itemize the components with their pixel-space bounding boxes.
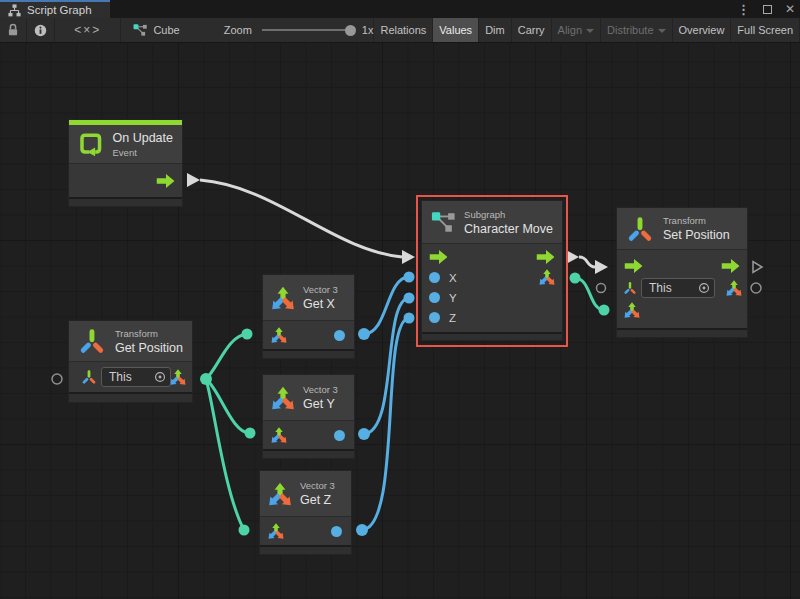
node-category: Transform [663, 215, 730, 226]
toolbar-middle: Cube Zoom 1x [121, 18, 374, 42]
port-label-y: Y [449, 292, 457, 304]
code-preview-button[interactable]: <×> [55, 18, 121, 42]
node-title: Set Position [663, 228, 730, 242]
target-icon[interactable] [698, 282, 710, 294]
graph-toolbar: <×> Cube Zoom 1x Relations Values Dim Ca… [0, 18, 800, 43]
node-category: Vector 3 [303, 384, 338, 395]
info-icon [34, 24, 47, 37]
lock-button[interactable] [0, 18, 27, 42]
node-get-x[interactable]: Vector 3 Get X [262, 274, 355, 359]
distribute-button[interactable]: Distribute [601, 18, 672, 42]
transform-port-icon[interactable] [623, 281, 637, 295]
align-button[interactable]: Align [552, 18, 601, 42]
node-title: Get Y [303, 397, 338, 411]
loop-icon [78, 129, 104, 159]
zoom-slider[interactable] [262, 29, 354, 31]
unity-script-graph-window: { "tab_bar": { "title": "Script Graph" }… [0, 0, 800, 599]
carry-button[interactable]: Carry [512, 18, 552, 42]
vector3-in-port[interactable] [267, 522, 285, 540]
transform-icon [626, 215, 654, 243]
transform-icon [78, 327, 106, 355]
inspector-toggle-button[interactable] [27, 18, 55, 42]
node-title: Get Position [115, 341, 183, 355]
node-footer [422, 332, 562, 340]
fullscreen-button[interactable]: Full Screen [731, 18, 800, 42]
subgraph-icon [431, 209, 455, 235]
relations-button[interactable]: Relations [374, 18, 433, 42]
toolbar-buttons: Relations Values Dim Carry Align Distrib… [374, 18, 800, 42]
port-label-x: X [449, 272, 457, 284]
node-footer [69, 392, 192, 402]
values-button[interactable]: Values [433, 18, 479, 42]
node-footer [263, 449, 354, 458]
node-footer [260, 545, 351, 554]
this-field[interactable]: This [641, 278, 715, 298]
this-field[interactable]: This [101, 367, 171, 387]
node-footer [69, 197, 182, 206]
y-in-port[interactable] [429, 292, 440, 303]
node-title: Get X [303, 297, 338, 311]
port-label-z: Z [449, 312, 456, 324]
flow-out-port[interactable] [536, 250, 555, 264]
flow-in-port[interactable] [429, 250, 448, 264]
chevron-down-icon [586, 29, 594, 33]
float-out-port[interactable] [334, 330, 345, 341]
vector3-in-port[interactable] [270, 326, 288, 344]
vector3-out-port[interactable] [169, 368, 187, 386]
overview-button[interactable]: Overview [673, 18, 732, 42]
node-category: Subgraph [464, 209, 553, 220]
flow-out-port[interactable] [156, 174, 175, 188]
tab-script-graph[interactable]: Script Graph [0, 0, 110, 18]
node-title: On Update [113, 131, 173, 145]
window-controls: ⋮ ✕ [737, 0, 795, 18]
target-icon[interactable] [154, 371, 166, 383]
vector3-out-port[interactable] [725, 279, 743, 297]
graph-icon [8, 4, 21, 17]
node-get-y[interactable]: Vector 3 Get Y [262, 374, 355, 459]
node-title: Get Z [300, 493, 335, 507]
zoom-value: 1x [362, 24, 374, 36]
transform-port-icon[interactable] [81, 369, 97, 385]
vector3-icon [270, 385, 296, 411]
zoom-slider-handle[interactable] [345, 25, 356, 36]
node-category: Vector 3 [303, 284, 338, 295]
node-get-z[interactable]: Vector 3 Get Z [259, 470, 352, 555]
node-get-position[interactable]: Transform Get Position This [68, 320, 193, 403]
z-in-port[interactable] [429, 312, 440, 323]
maximize-icon[interactable] [763, 5, 772, 14]
vector3-icon [270, 285, 296, 311]
node-category: Vector 3 [300, 480, 335, 491]
zoom-label: Zoom [224, 24, 252, 36]
float-out-port[interactable] [334, 430, 345, 441]
subgraph-icon [133, 23, 147, 37]
node-set-position[interactable]: Transform Set Position This [616, 207, 748, 338]
vector3-in-port[interactable] [270, 426, 288, 444]
node-footer [617, 328, 747, 337]
node-on-update[interactable]: On Update Event [68, 119, 183, 207]
node-category: Transform [115, 328, 183, 339]
flow-out-port[interactable] [721, 259, 740, 273]
x-in-port[interactable] [429, 272, 440, 283]
graph-target-label[interactable]: Cube [153, 24, 179, 36]
tab-title: Script Graph [27, 4, 92, 16]
window-menu-icon[interactable]: ⋮ [737, 3, 750, 16]
tab-bar: Script Graph ⋮ ✕ [0, 0, 800, 18]
node-title: Character Move [464, 222, 553, 236]
close-icon[interactable]: ✕ [785, 3, 795, 15]
lock-icon [7, 23, 19, 37]
float-out-port[interactable] [331, 526, 342, 537]
node-subtitle: Event [113, 147, 173, 158]
vector3-in-port[interactable] [623, 301, 641, 319]
node-footer [263, 349, 354, 358]
flow-in-port[interactable] [624, 259, 643, 273]
vector3-out-port[interactable] [538, 268, 556, 286]
chevron-down-icon [658, 29, 666, 33]
vector3-icon [267, 481, 293, 507]
node-character-move[interactable]: Subgraph Character Move X Y Z [421, 200, 563, 341]
dim-button[interactable]: Dim [479, 18, 512, 42]
